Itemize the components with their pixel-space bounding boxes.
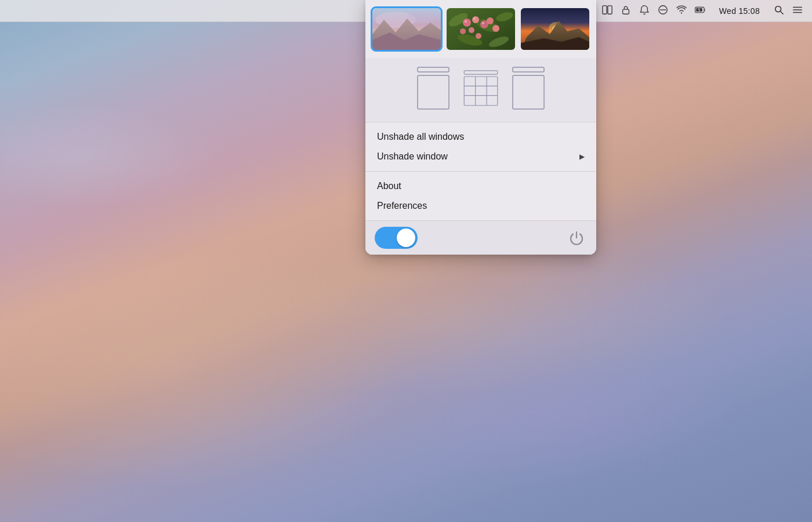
svg-rect-40 [418, 75, 449, 109]
svg-rect-48 [513, 75, 544, 109]
preferences-item[interactable]: Preferences [365, 196, 596, 216]
svg-rect-41 [464, 71, 498, 74]
unshade-all-windows-label: Unshade all windows [377, 132, 464, 142]
svg-point-24 [472, 16, 479, 23]
thumbnail-3[interactable] [521, 8, 589, 50]
unshade-window-label: Unshade window [377, 151, 448, 162]
lock-icon[interactable] [621, 5, 631, 17]
svg-point-32 [474, 18, 476, 20]
svg-point-26 [469, 27, 474, 33]
about-prefs-section: About Preferences [365, 172, 596, 220]
enable-toggle[interactable] [375, 227, 418, 249]
svg-point-31 [465, 20, 467, 23]
svg-rect-0 [603, 5, 607, 13]
thumbnail-1[interactable] [372, 8, 441, 50]
do-not-disturb-icon[interactable] [658, 5, 668, 17]
split-view-icon[interactable] [602, 5, 612, 17]
svg-point-23 [463, 19, 471, 27]
thumbnails-section [365, 0, 596, 58]
menu-items: Unshade all windows Unshade window ▶ [365, 122, 596, 171]
svg-point-27 [487, 17, 494, 24]
bottom-section [365, 221, 596, 255]
about-label: About [377, 181, 401, 191]
preferences-label: Preferences [377, 201, 427, 211]
svg-line-8 [780, 11, 783, 14]
wifi-icon[interactable] [676, 5, 687, 17]
menubar-time[interactable]: Wed 15:08 [719, 6, 760, 16]
svg-point-30 [476, 33, 481, 39]
about-item[interactable]: About [365, 176, 596, 196]
layout-left-icon[interactable] [413, 63, 454, 115]
search-icon[interactable] [774, 5, 784, 17]
svg-point-33 [482, 22, 484, 24]
svg-rect-42 [464, 77, 498, 106]
power-button[interactable] [566, 227, 587, 248]
menu-lines-icon[interactable] [792, 5, 803, 17]
submenu-arrow-icon: ▶ [579, 153, 585, 161]
unshade-all-windows-item[interactable]: Unshade all windows [365, 127, 596, 147]
unshade-window-item[interactable]: Unshade window ▶ [365, 147, 596, 166]
svg-point-14 [407, 11, 436, 23]
svg-rect-2 [622, 9, 629, 14]
dropdown-panel: Unshade all windows Unshade window ▶ Abo… [365, 0, 596, 255]
svg-rect-39 [418, 67, 449, 72]
battery-icon[interactable] [695, 5, 705, 17]
svg-point-28 [460, 28, 466, 34]
layout-grid-icon[interactable] [461, 63, 501, 115]
layout-right-icon[interactable] [508, 63, 549, 115]
layout-section [365, 58, 596, 122]
svg-rect-47 [513, 67, 544, 72]
svg-point-29 [492, 25, 499, 32]
thumbnail-2[interactable] [447, 8, 515, 50]
svg-rect-1 [608, 5, 612, 13]
notification-icon[interactable] [639, 5, 650, 17]
